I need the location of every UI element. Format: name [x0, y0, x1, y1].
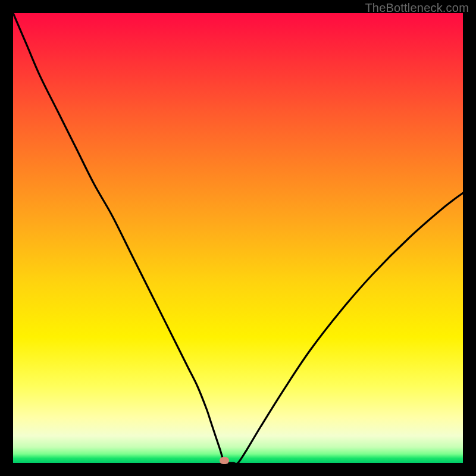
plot-area: [13, 13, 463, 463]
bottleneck-curve: [13, 13, 463, 463]
chart-frame: TheBottleneck.com: [0, 0, 476, 476]
minimum-marker: [220, 457, 229, 464]
